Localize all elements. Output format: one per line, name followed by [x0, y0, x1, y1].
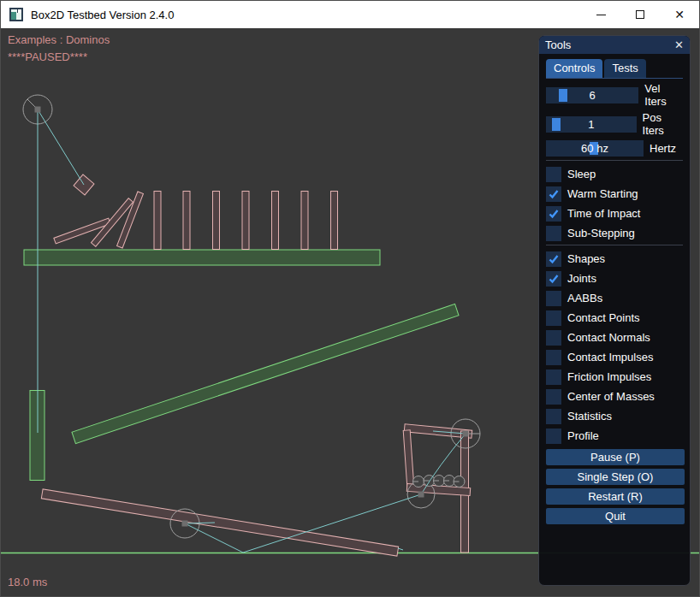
- close-button[interactable]: ✕: [660, 1, 699, 28]
- checkbox-center-of-masses[interactable]: [546, 389, 561, 405]
- checkbox-label: Contact Points: [567, 311, 640, 324]
- checkbox-row-center-of-masses: Center of Masses: [546, 388, 683, 405]
- checkbox-row-contact-normals: Contact Normals: [546, 329, 683, 346]
- example-label: Examples : Dominos: [8, 33, 110, 46]
- minimize-icon: [596, 15, 606, 15]
- checkbox-label: Friction Impulses: [567, 370, 651, 383]
- panel-close-icon[interactable]: ✕: [674, 39, 684, 50]
- checkbox-shapes[interactable]: [546, 251, 561, 267]
- maximize-button[interactable]: [620, 1, 660, 28]
- dynamic-body: [301, 192, 308, 250]
- static-body: [72, 304, 459, 443]
- dynamic-body: [272, 192, 279, 250]
- joint-anchor: [182, 521, 188, 527]
- checkbox-row-profile: Profile: [546, 428, 683, 444]
- body-shape: [24, 250, 380, 265]
- pause-p-button[interactable]: Pause (P): [546, 449, 685, 465]
- slider-row-hertz: 60 hzHertz: [546, 140, 683, 157]
- checkbox-aabbs[interactable]: [546, 291, 561, 306]
- joint-line: [398, 548, 403, 550]
- checkbox-row-contact-impulses: Contact Impulses: [546, 349, 683, 365]
- tab-tests[interactable]: Tests: [604, 59, 645, 78]
- separator: [546, 160, 683, 161]
- joint-anchor: [418, 492, 424, 498]
- checkbox-row-warm-starting: Warm Starting: [546, 186, 683, 202]
- checkbox-label: Joints: [567, 272, 596, 285]
- checkbox-row-friction-impulses: Friction Impulses: [546, 369, 683, 385]
- tools-panel-title: Tools: [545, 38, 571, 51]
- solver-checkbox-group: SleepWarm StartingTime of ImpactSub-Step…: [546, 166, 683, 241]
- frame-time-label: 18.0 ms: [8, 576, 47, 588]
- action-button-group: Pause (P)Single Step (O)Restart (R)Quit: [546, 449, 683, 524]
- slider-label: Hertz: [650, 142, 676, 155]
- draw-checkbox-group: ShapesJointsAABBsContact PointsContact N…: [546, 251, 683, 444]
- body-shape: [301, 192, 308, 250]
- checkbox-label: Warm Starting: [567, 187, 638, 200]
- checkbox-row-time-of-impact: Time of Impact: [546, 205, 683, 222]
- checkbox-row-aabbs: AABBs: [546, 290, 683, 306]
- slider-group: 6Vel Iters1Pos Iters60 hzHertz: [546, 82, 683, 157]
- maximize-icon: [636, 10, 644, 19]
- checkbox-sleep[interactable]: [546, 167, 561, 182]
- close-icon: ✕: [674, 9, 685, 21]
- checkbox-friction-impulses[interactable]: [546, 369, 561, 385]
- body-shape: [272, 192, 279, 250]
- restart-r-button[interactable]: Restart (R): [546, 488, 685, 505]
- checkbox-label: Profile: [567, 429, 599, 442]
- checkbox-row-sub-stepping: Sub-Stepping: [546, 225, 683, 241]
- checkbox-sub-stepping[interactable]: [546, 226, 561, 241]
- checkbox-profile[interactable]: [546, 429, 561, 444]
- checkbox-contact-normals[interactable]: [546, 330, 561, 346]
- dynamic-body: [403, 430, 414, 487]
- checkmark-icon: [548, 188, 560, 200]
- checkbox-label: Center of Masses: [567, 390, 655, 403]
- window-title: Box2D Testbed Version 2.4.0: [31, 9, 174, 21]
- checkbox-label: Sleep: [567, 168, 596, 180]
- checkmark-icon: [548, 253, 560, 265]
- joint-anchor: [463, 431, 469, 437]
- checkbox-contact-points[interactable]: [546, 310, 561, 326]
- slider-vel-iters[interactable]: 6: [546, 87, 638, 103]
- separator: [546, 245, 683, 245]
- slider-hertz[interactable]: 60 hz: [546, 140, 644, 157]
- joint-anchor: [35, 107, 41, 113]
- body-shape: [403, 430, 414, 487]
- body-shape: [41, 489, 398, 556]
- checkbox-row-contact-points: Contact Points: [546, 310, 683, 326]
- body-shape: [242, 192, 249, 250]
- quit-button[interactable]: Quit: [546, 508, 685, 524]
- tools-panel: Tools ✕ ControlsTests 6Vel Iters1Pos Ite…: [538, 35, 691, 586]
- dynamic-body: [242, 192, 249, 250]
- checkbox-time-of-impact[interactable]: [546, 206, 561, 222]
- checkmark-icon: [548, 273, 560, 285]
- app-icon: [9, 8, 23, 21]
- minimize-button[interactable]: [581, 1, 620, 28]
- body-shape: [183, 192, 190, 250]
- single-step-o-button[interactable]: Single Step (O): [546, 469, 685, 485]
- tabbar: ControlsTests: [546, 59, 683, 79]
- checkbox-label: Contact Impulses: [567, 351, 653, 364]
- static-body: [24, 250, 380, 265]
- tools-panel-titlebar[interactable]: Tools ✕: [539, 36, 690, 54]
- checkbox-row-joints: Joints: [546, 270, 683, 287]
- checkbox-joints[interactable]: [546, 271, 561, 287]
- tab-controls[interactable]: Controls: [546, 59, 602, 78]
- checkbox-warm-starting[interactable]: [546, 186, 561, 202]
- checkbox-row-sleep: Sleep: [546, 166, 683, 182]
- titlebar[interactable]: Box2D Testbed Version 2.4.0 ✕: [1, 1, 699, 28]
- checkbox-contact-impulses[interactable]: [546, 350, 561, 365]
- checkbox-label: Shapes: [567, 252, 605, 265]
- paused-label: ****PAUSED****: [8, 50, 87, 63]
- joint-line: [38, 109, 84, 185]
- dynamic-body: [154, 192, 161, 250]
- slider-label: Vel Iters: [644, 82, 683, 108]
- slider-pos-iters[interactable]: 1: [546, 116, 637, 133]
- slider-value: 60 hz: [546, 140, 644, 157]
- checkbox-label: Contact Normals: [567, 331, 650, 344]
- checkbox-label: Statistics: [567, 410, 612, 423]
- body-shape: [331, 192, 338, 250]
- checkbox-statistics[interactable]: [546, 409, 561, 424]
- checkbox-label: AABBs: [567, 292, 602, 304]
- dynamic-body: [213, 192, 220, 250]
- app-window: Box2D Testbed Version 2.4.0 ✕ Examples :…: [0, 0, 700, 597]
